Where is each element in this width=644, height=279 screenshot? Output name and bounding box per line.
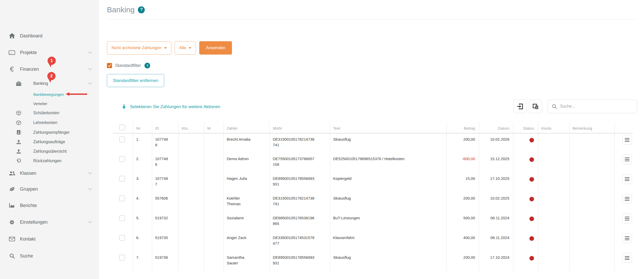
cell-text: Kopiergeld [330,173,446,192]
col-header-text[interactable]: Text [330,122,446,133]
row-checkbox[interactable] [119,235,125,241]
cell-zahler: Hagen Julia [224,173,270,192]
archive-filter-dropdown[interactable]: Nicht archivierte Zahlungen [107,41,171,55]
cell-kto [179,133,204,153]
col-header-bemerkung[interactable]: Bemerkung [569,122,614,133]
sidebar-item-label: Gruppen [20,187,38,192]
upload-icon [16,139,21,144]
row-menu-button[interactable] [622,214,632,223]
copy-table-button[interactable] [529,99,542,113]
col-header-datum[interactable]: Datum [479,122,513,133]
chevron-down-icon[interactable] [88,51,92,54]
main-content: Banking ? Nicht archivierte Zahlungen Al… [99,0,644,279]
sidebar-item-gruppen[interactable]: Gruppen [0,181,98,197]
cell-m [204,153,224,173]
sidebar-item-suche[interactable]: Suche [0,247,98,264]
header-divider [107,19,637,20]
sidebar-item-rueckzahlungen[interactable]: Rückzahlungen [0,156,98,166]
sidebar-item-label: Kontakt [20,236,36,242]
row-menu-button[interactable] [622,135,632,145]
row-checkbox[interactable] [119,255,125,261]
cube-icon [16,120,21,125]
row-menu-button[interactable] [622,154,632,164]
col-header-m[interactable]: M [204,122,224,133]
row-checkbox[interactable] [119,195,125,201]
row-checkbox[interactable] [119,137,125,142]
sidebar-item-kontakt[interactable]: Kontakt [0,231,98,247]
cell-bemerkung [569,153,614,173]
cell-konto [538,153,569,173]
sidebar-item-zahlungsempfaenger[interactable]: Zahlungsempfänger [0,128,98,137]
select-payments-hint[interactable]: Selektieren Sie Zahlungen für weitere Ak… [122,104,220,109]
sidebar-item-zahlungsauftraege[interactable]: Zahlungsaufträge [0,137,98,147]
sidebar-item-zahlungsuebersicht[interactable]: Zahlungsübersicht [0,147,98,156]
table-header-row: Nr. ID Kto. M Zahler IBAN Text Betrag Da… [113,122,633,133]
col-header-betrag[interactable]: Betrag [446,122,479,133]
col-header-iban[interactable]: IBAN [270,122,330,133]
chevron-down-icon[interactable] [88,82,92,85]
sidebar-item-label: Berichte [20,203,37,208]
sidebar-item-klassen[interactable]: Klassen [0,166,98,181]
cell-bemerkung [569,173,614,192]
search-input[interactable] [548,100,637,113]
col-header-kto[interactable]: Kto. [179,122,204,133]
row-checkbox[interactable] [119,176,125,182]
cell-m [204,133,224,153]
scope-filter-dropdown[interactable]: Alle [175,41,196,55]
chevron-down-icon[interactable] [88,68,92,70]
col-header-nr[interactable]: Nr. [133,122,152,133]
sidebar-item-verteiler[interactable]: Verteiler [0,99,98,108]
status-dot [529,236,534,241]
help-icon[interactable]: ? [145,63,150,68]
standardfilter-checkbox[interactable] [107,63,112,68]
envelope-icon [8,237,15,241]
apply-button[interactable]: Anwenden [199,41,232,55]
remove-standardfilter-button[interactable]: Standardfilter entfernen [107,74,164,87]
sidebar-item-einstellungen[interactable]: Einstellungen [0,214,98,231]
cell-iban: DE89500105178556693931 [270,252,330,271]
table-row: 2. 1077486 Demo Admin DE7550010517376665… [113,153,633,173]
caret-down-icon [164,47,167,49]
cell-bemerkung [569,192,614,212]
col-header-zahler[interactable]: Zahler [224,122,270,133]
table-row: 5. 519732 Sozialamt DE685001051765381968… [113,212,633,232]
row-checkbox[interactable] [119,156,125,162]
status-dot [529,256,534,261]
sidebar: Dashboard Projekte € Finanzen Banking [0,0,99,279]
row-menu-button[interactable] [622,174,632,184]
annotation-badge-1: 1 [48,57,56,65]
row-menu-button[interactable] [622,253,632,263]
cell-kto [179,212,204,232]
sidebar-item-label: Klassen [20,171,36,176]
chevron-down-icon[interactable] [88,221,92,223]
sidebar-item-schuelerkonten[interactable]: Schülerkonten [0,108,98,118]
sidebar-item-lehrerkonten[interactable]: Lehrerkonten [0,118,98,128]
col-header-konto[interactable]: Konto [538,122,569,133]
sidebar-item-berichte[interactable]: Berichte [0,197,98,214]
row-checkbox[interactable] [119,215,125,221]
col-header-id[interactable]: ID [152,122,179,133]
help-icon[interactable]: ? [138,6,145,13]
cell-betrag: 15,00 [446,173,479,192]
cell-id: 519736 [152,252,179,271]
cell-kto [179,232,204,252]
col-header-status[interactable]: Status [513,122,538,133]
select-all-checkbox[interactable] [119,125,125,130]
table-row: 1. 1077488 Brecht Amalia DE3150010517821… [113,133,633,153]
import-payments-button[interactable] [513,99,527,113]
sidebar-item-label: Zahlungsaufträge [33,140,65,144]
cell-bemerkung [569,212,614,232]
cell-nr: 1. [133,133,152,153]
status-dot [529,197,534,201]
cell-m [204,173,224,192]
chevron-down-icon[interactable] [88,188,92,190]
payments-table: Nr. ID Kto. M Zahler IBAN Text Betrag Da… [113,122,633,271]
row-menu-button[interactable] [622,233,632,243]
sidebar-item-dashboard[interactable]: Dashboard [0,28,98,44]
search-icon [552,104,557,110]
chevron-down-icon[interactable] [88,172,92,174]
cell-iban: DE68500105176538196865 [270,212,330,232]
cell-betrag: 400,00 [446,232,479,252]
cell-zahler: Koehler Thomas [224,192,270,212]
row-menu-button[interactable] [622,194,632,204]
